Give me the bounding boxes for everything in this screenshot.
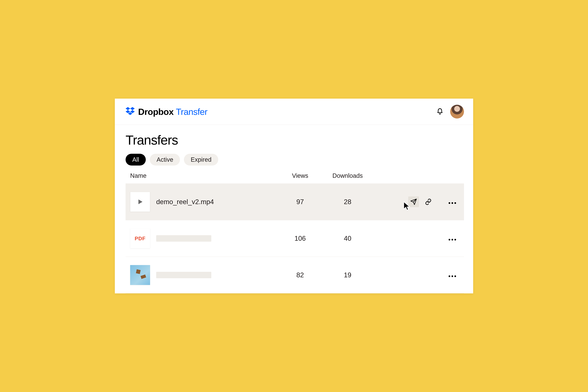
video-thumbnail-icon [130,192,150,212]
svg-point-7 [452,276,453,277]
filter-active[interactable]: Active [150,154,180,166]
cell-actions [372,196,460,207]
cell-actions [372,271,460,279]
cell-name: demo_reel_v2.mp4 [130,192,277,212]
svg-point-5 [454,239,456,240]
table-body: demo_reel_v2.mp4 97 28 [126,184,464,294]
dropbox-logo-icon [126,107,135,116]
brand-name-text: Dropbox [138,107,174,117]
copy-link-button[interactable] [423,196,434,207]
avatar[interactable] [450,105,464,118]
brand-name: Dropbox Transfer [138,106,207,117]
more-options-button[interactable] [447,234,458,242]
svg-point-2 [454,202,456,204]
table-row[interactable]: 82 19 [126,257,464,294]
cell-downloads: 28 [323,198,372,206]
send-button[interactable] [408,196,419,207]
col-downloads: Downloads [323,172,372,179]
cell-views: 97 [277,198,323,206]
col-views: Views [277,172,323,179]
app-panel: Dropbox Transfer Transfers All Active Ex… [115,98,473,294]
file-name-placeholder [156,235,211,242]
file-name-placeholder [156,272,211,278]
cell-views: 82 [277,271,323,279]
notifications-button[interactable] [436,107,444,116]
brand-accent-text: Transfer [176,107,208,117]
brand: Dropbox Transfer [126,106,207,117]
header: Dropbox Transfer [115,98,473,125]
svg-point-3 [449,239,450,240]
table-row[interactable]: PDF 106 40 [126,220,464,257]
table-header: Name Views Downloads [126,172,464,184]
svg-point-4 [452,239,453,240]
svg-point-1 [452,202,453,204]
table-row[interactable]: demo_reel_v2.mp4 97 28 [126,184,464,220]
cell-downloads: 19 [323,271,372,279]
page-title: Transfers [126,132,464,148]
filter-all[interactable]: All [126,154,146,166]
cell-name: PDF [130,228,277,248]
cell-views: 106 [277,234,323,242]
filter-expired[interactable]: Expired [184,154,218,166]
svg-point-8 [454,276,456,277]
more-options-button[interactable] [447,198,458,206]
cell-actions [372,234,460,242]
filter-chips: All Active Expired [126,154,464,166]
more-options-button[interactable] [447,271,458,279]
cell-downloads: 40 [323,234,372,242]
cell-name [130,265,277,285]
header-actions [436,105,464,118]
image-thumbnail-icon [130,265,150,285]
pdf-thumbnail-icon: PDF [130,228,150,248]
file-name: demo_reel_v2.mp4 [156,198,214,206]
content: Transfers All Active Expired Name Views … [115,125,473,294]
svg-point-6 [449,276,450,277]
svg-point-0 [449,202,450,204]
col-name: Name [130,172,277,179]
